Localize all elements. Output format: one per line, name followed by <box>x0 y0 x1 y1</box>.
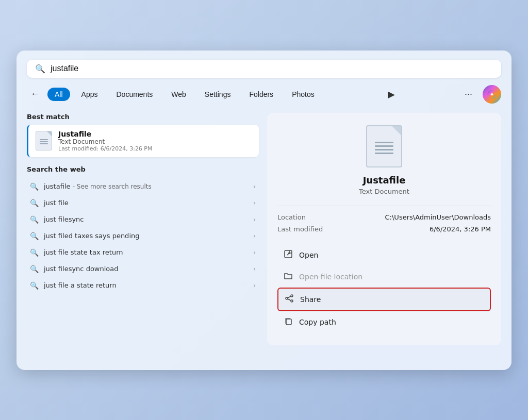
search-icon: 🔍 <box>30 265 39 273</box>
list-item[interactable]: 🔍 just file › <box>27 195 259 211</box>
list-item[interactable]: 🔍 just file a state return › <box>27 277 259 294</box>
search-icon: 🔍 <box>30 281 39 290</box>
search-panel: 🔍 ← All Apps Documents Web Settings Fold… <box>16 51 512 370</box>
svg-point-4 <box>286 297 288 299</box>
open-action[interactable]: Open <box>277 244 491 266</box>
svg-line-6 <box>288 296 291 298</box>
left-panel: Best match Justafile Text Document Last … <box>27 113 259 345</box>
web-search-text: just file <box>44 199 69 207</box>
meta-modified-row: Last modified 6/6/2024, 3:26 PM <box>277 225 491 233</box>
svg-point-5 <box>291 300 293 302</box>
web-search-text: just filesync download <box>44 265 119 273</box>
filter-folders[interactable]: Folders <box>242 88 280 101</box>
share-label: Share <box>300 295 321 304</box>
search-icon: 🔍 <box>35 64 45 74</box>
open-location-action[interactable]: Open file location <box>277 266 491 288</box>
best-match-type: Text Document <box>58 138 252 145</box>
svg-point-3 <box>291 295 293 297</box>
file-icon-small <box>36 131 52 150</box>
web-search-text: justafile - See more search results <box>44 182 152 190</box>
search-icon: 🔍 <box>30 215 39 224</box>
list-item[interactable]: 🔍 just file state tax return › <box>27 244 259 261</box>
filter-documents[interactable]: Documents <box>109 88 160 101</box>
best-match-label: Best match <box>27 113 259 121</box>
search-icon: 🔍 <box>30 199 39 207</box>
search-icon: 🔍 <box>30 248 39 257</box>
search-icon: 🔍 <box>30 232 39 240</box>
filter-apps[interactable]: Apps <box>74 88 105 101</box>
filter-photos[interactable]: Photos <box>285 88 322 101</box>
chevron-right-icon: › <box>253 232 256 240</box>
copy-path-label: Copy path <box>299 318 336 326</box>
best-match-info: Justafile Text Document Last modified: 6… <box>58 130 252 152</box>
meta-location-val: C:\Users\AdminUser\Downloads <box>385 213 491 221</box>
file-icon-large <box>366 125 402 167</box>
chevron-right-icon: › <box>253 199 256 207</box>
best-match-item[interactable]: Justafile Text Document Last modified: 6… <box>27 125 259 157</box>
open-label: Open <box>299 251 318 259</box>
play-button[interactable]: ▶ <box>385 87 398 102</box>
copilot-icon[interactable]: ✦ <box>483 85 501 104</box>
best-match-name: Justafile <box>58 130 252 138</box>
web-search-text: just file state tax return <box>44 248 123 256</box>
open-location-label: Open file location <box>299 273 362 281</box>
filter-web[interactable]: Web <box>164 88 193 101</box>
back-button[interactable]: ← <box>27 86 43 103</box>
chevron-right-icon: › <box>253 265 256 273</box>
chevron-right-icon: › <box>253 249 256 256</box>
open-icon <box>284 249 293 261</box>
web-search-text: just filed taxes says pending <box>44 232 139 240</box>
search-icon: 🔍 <box>30 182 39 191</box>
filter-all[interactable]: All <box>47 88 70 101</box>
meta-modified-key: Last modified <box>277 225 323 233</box>
svg-line-7 <box>288 299 291 300</box>
meta-modified-val: 6/6/2024, 3:26 PM <box>430 225 491 233</box>
svg-text:✦: ✦ <box>489 91 494 98</box>
detail-panel: Justafile Text Document Location C:\User… <box>267 113 501 345</box>
best-match-date: Last modified: 6/6/2024, 3:26 PM <box>58 145 252 152</box>
share-icon <box>285 294 294 305</box>
detail-file-name: Justafile <box>363 175 406 186</box>
meta-location-key: Location <box>277 213 306 221</box>
web-search-text: just file a state return <box>44 281 117 289</box>
filter-bar: ← All Apps Documents Web Settings Folder… <box>27 85 501 104</box>
chevron-right-icon: › <box>253 183 256 190</box>
filter-settings[interactable]: Settings <box>197 88 238 101</box>
detail-file-type: Text Document <box>359 188 409 195</box>
search-input[interactable] <box>51 64 493 73</box>
meta-location-row: Location C:\Users\AdminUser\Downloads <box>277 213 491 221</box>
web-search-label: Search the web <box>27 165 259 173</box>
copy-path-action[interactable]: Copy path <box>277 311 491 333</box>
chevron-right-icon: › <box>253 282 256 289</box>
file-metadata: Location C:\Users\AdminUser\Downloads La… <box>277 206 491 237</box>
search-bar: 🔍 <box>27 60 501 78</box>
web-search-text: just filesync <box>44 215 84 223</box>
list-item[interactable]: 🔍 just filed taxes says pending › <box>27 228 259 244</box>
more-button[interactable]: ··· <box>461 87 475 102</box>
copy-icon <box>284 316 293 328</box>
chevron-right-icon: › <box>253 216 256 223</box>
action-list: Open Open file location <box>277 244 491 333</box>
list-item[interactable]: 🔍 just filesync › <box>27 211 259 228</box>
list-item[interactable]: 🔍 justafile - See more search results › <box>27 178 259 195</box>
share-action[interactable]: Share <box>277 288 491 311</box>
svg-rect-8 <box>286 319 291 325</box>
list-item[interactable]: 🔍 just filesync download › <box>27 261 259 277</box>
folder-icon <box>284 271 293 282</box>
main-content: Best match Justafile Text Document Last … <box>27 113 501 345</box>
